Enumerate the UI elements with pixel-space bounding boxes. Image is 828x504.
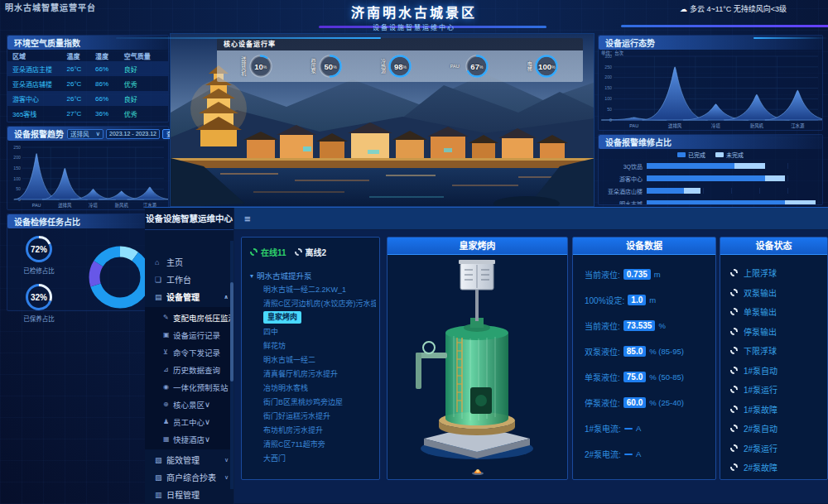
indicator-icon — [730, 406, 738, 413]
tree-item[interactable]: 四中 — [250, 325, 376, 339]
sidebar-subitem-一体化预制泵站[interactable]: ◉一体化预制泵站 — [145, 378, 233, 396]
task-stat-label: 已保养占比 — [21, 314, 57, 323]
date-range-picker[interactable]: 2023.12-2023.12 — [106, 129, 160, 139]
energy-icon: ▧ — [155, 456, 166, 464]
tree-item[interactable]: 明水古城一经二2.2KW_1 — [250, 283, 376, 297]
sidebar-item-商户综合抄表[interactable]: ▨商户综合抄表∨ — [145, 468, 233, 486]
status-item: 上限浮球 — [730, 263, 827, 283]
repair-legend: 已完成未完成 — [599, 149, 822, 160]
menu-label: 快捷酒店 — [173, 434, 205, 445]
indicator-icon — [730, 425, 738, 432]
gauge-row: 送排风机10%稳压泵50%冷热源98%PAU67%电梯100% — [217, 50, 583, 82]
data-field: 停泵液位:60.0% (25-40) — [585, 390, 715, 415]
tree-item[interactable]: 布坊机房污水提升 — [250, 424, 376, 438]
tree-item[interactable]: 冶坊明水客栈 — [250, 382, 376, 396]
sidebar-menu: ⌂主页❏工作台▤设备管理∧✎变配电房低压监测▣设备运行记录⊻命令下发记录⊿历史数… — [145, 230, 233, 504]
tree-item[interactable]: 清真餐厅机房污水提升 — [250, 367, 376, 382]
sidebar-subitem-快捷酒店[interactable]: ▦快捷酒店∨ — [145, 430, 233, 448]
sidebar-subitem-设备运行记录[interactable]: ▣设备运行记录 — [145, 326, 233, 343]
menu-label: 日程管理 — [166, 488, 229, 501]
tree-item[interactable]: 大西门 — [250, 452, 376, 466]
person-icon: ♟ — [163, 418, 173, 425]
status-item: 下限浮球 — [730, 341, 827, 361]
data-field-value: 85.0 — [623, 346, 646, 357]
gauge-label: 送排风机 — [241, 56, 246, 76]
menu-collapse-icon[interactable]: ≡ — [244, 213, 251, 225]
menu-label: 设备运行记录 — [173, 329, 220, 341]
menu-label: 工作台 — [166, 273, 229, 286]
alarm-beacon-icon — [471, 463, 484, 478]
sidebar-scrollbar[interactable] — [230, 241, 233, 489]
menu-label: 历史数据查询 — [173, 364, 220, 376]
air-cell: 26°C — [67, 80, 96, 88]
cloud-icon: ☁ — [680, 5, 687, 13]
air-col-header: 空气质量 — [124, 51, 163, 60]
data-field-label: 单泵液位: — [585, 371, 620, 383]
tree-root[interactable]: ▾ 明水古城提升泵 — [250, 268, 376, 283]
data-field: 2#泵电流:A — [585, 441, 715, 467]
dashboard-stage: 明水古城智慧运营平台 济南明水古城景区 设备设施智慧运维中心 ☁多云 4~11°… — [0, 0, 828, 504]
sidebar: 设备设施智慧运维中心 ⌂主页❏工作台▤设备管理∧✎变配电房低压监测▣设备运行记录… — [145, 208, 234, 504]
tree-item[interactable]: 鲜花坊 — [250, 339, 376, 353]
sidebar-item-设备管理[interactable]: ▤设备管理∧ — [145, 288, 233, 305]
sidebar-item-工作台[interactable]: ❏工作台 — [145, 271, 233, 288]
task-stat: 72%已检修占比 — [21, 235, 57, 275]
gauge-value: 98% — [388, 54, 412, 79]
air-cell: 66% — [95, 95, 124, 103]
device-gauge: 稳压泵50% — [310, 54, 343, 79]
data-field-label: 当前液位: — [585, 268, 620, 281]
data-field-value: 0.735 — [623, 269, 651, 280]
tree-item[interactable]: 明水古城一经二 — [250, 353, 376, 367]
calendar-icon: ▥ — [155, 491, 166, 499]
tree-item[interactable]: 清照C区河边机房(水饺店旁)污水提升 — [250, 297, 376, 311]
gauge-value: 50% — [318, 54, 343, 79]
chevron-down-icon: ∨ — [205, 400, 210, 409]
indicator-icon — [730, 347, 738, 354]
data-field-unit: m — [649, 295, 656, 305]
device-gauge: PAU67% — [450, 54, 489, 79]
tree-item[interactable]: 清照C区711超市旁 — [250, 438, 376, 452]
sidebar-subitem-历史数据查询[interactable]: ⊿历史数据查询 — [145, 361, 233, 378]
status-item: 2#泵运行 — [730, 439, 827, 458]
data-field-unit: m — [654, 270, 661, 279]
repair-ratio-panel: 设备报警维修占比 已完成未完成 3Q饮品游客中心亚朵酒店山楼明水古城 — [598, 134, 823, 205]
gauge-ring: 98% — [388, 54, 412, 79]
device-type-select[interactable]: 送排风∨ — [67, 129, 104, 139]
svg-text:新风机: 新风机 — [750, 122, 764, 129]
air-cell: 良好 — [124, 65, 163, 74]
tree-item[interactable]: 衙门好运糕污水提升 — [250, 410, 376, 424]
data-field-value: 73.535 — [623, 320, 656, 331]
svg-text:新风机: 新风机 — [115, 202, 129, 209]
meter-icon: ▨ — [155, 473, 166, 482]
sidebar-subitem-核心景区[interactable]: ⊕核心景区∨ — [145, 396, 233, 413]
tree-item[interactable]: 衙门B区黑桃炒鸡旁边屋 — [250, 396, 376, 410]
status-label: 1#泵运行 — [744, 383, 777, 396]
tree-item-selected[interactable]: 皇家烤肉 — [263, 311, 301, 324]
menu-label: 主页 — [166, 256, 229, 268]
air-table-header: 区域温度湿度空气质量 — [7, 50, 168, 61]
sidebar-item-主页[interactable]: ⌂主页 — [145, 253, 233, 271]
data-field: 当前液位:0.735m — [585, 262, 715, 287]
task-stat-value: 72% — [25, 235, 53, 263]
svg-text:150: 150 — [604, 85, 612, 90]
page-title: 济南明水古城景区 — [351, 2, 477, 22]
menu-label: 设备管理 — [166, 290, 224, 303]
scrollbar-thumb[interactable] — [230, 282, 233, 382]
air-cell: 亚朵酒店主楼 — [12, 65, 67, 74]
device-data-title: 设备数据 — [573, 238, 715, 255]
sidebar-item-日程管理[interactable]: ▥日程管理 — [145, 486, 233, 503]
air-col-header: 区域 — [12, 51, 67, 60]
indicator-icon — [730, 308, 738, 315]
svg-text:250: 250 — [13, 145, 21, 150]
sidebar-subitem-变配电房低压监测[interactable]: ✎变配电房低压监测 — [145, 309, 233, 326]
chevron-down-icon: ∨ — [224, 474, 229, 481]
status-item: 单泵输出 — [730, 302, 827, 322]
bar-todo — [734, 163, 765, 169]
repair-bar-row: 3Q饮品 — [599, 160, 822, 172]
svg-text:200: 200 — [13, 155, 21, 160]
sidebar-item-能效管理[interactable]: ▧能效管理∨ — [145, 451, 233, 468]
sidebar-subitem-命令下发记录[interactable]: ⊻命令下发记录 — [145, 343, 233, 361]
data-field: 当前液位:73.535% — [585, 313, 715, 338]
sidebar-subitem-员工中心[interactable]: ♟员工中心∨ — [145, 413, 233, 430]
repair-bars: 3Q饮品游客中心亚朵酒店山楼明水古城 — [599, 160, 822, 205]
